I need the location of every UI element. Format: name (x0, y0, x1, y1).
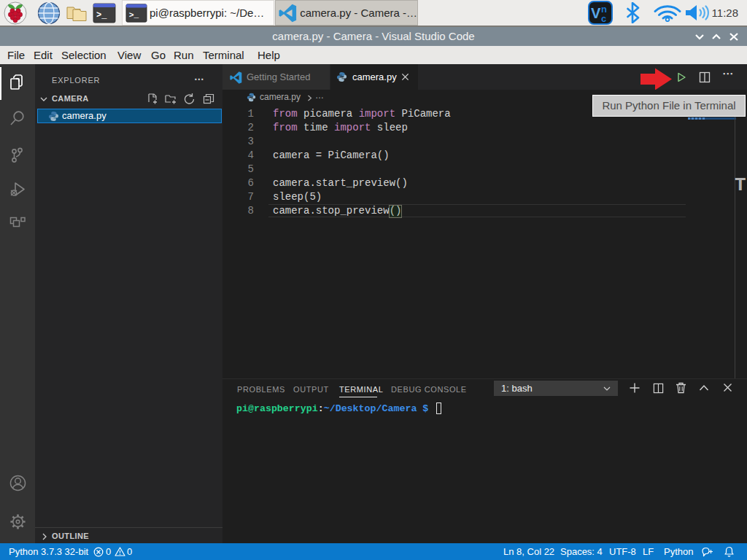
svg-text:V: V (591, 5, 601, 21)
svg-text:>_: >_ (96, 10, 107, 20)
svg-text:>_: >_ (129, 10, 139, 19)
svg-text:c: c (601, 13, 606, 24)
